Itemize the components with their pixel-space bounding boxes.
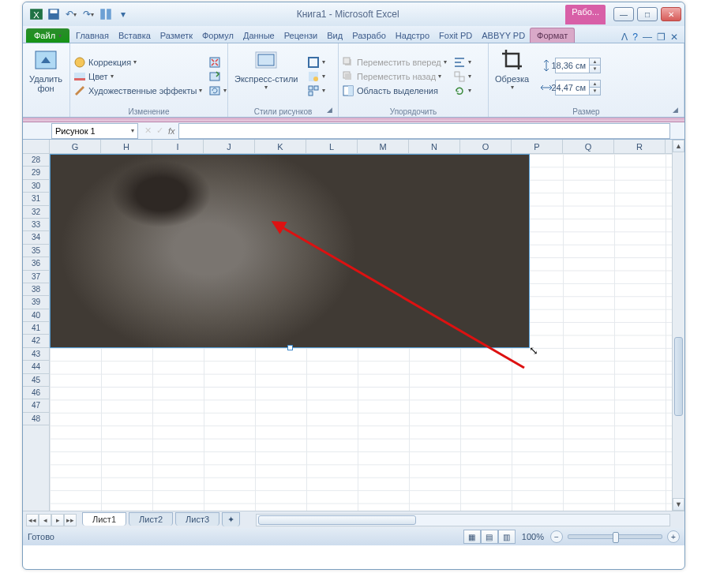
row-header[interactable]: 44 — [23, 361, 49, 373]
tab-foxit[interactable]: Foxit PD — [434, 28, 477, 43]
scroll-up-button[interactable]: ▲ — [673, 140, 684, 152]
ribbon-minimize-icon[interactable]: ᐱ — [621, 32, 628, 43]
workbook-minimize-icon[interactable]: — — [643, 32, 652, 43]
tab-review[interactable]: Рецензи — [279, 28, 323, 43]
sheet-tab-2[interactable]: Лист2 — [129, 512, 173, 526]
width-input[interactable]: 24,47 см▲▼ — [555, 80, 601, 96]
tab-addins[interactable]: Надстро — [391, 28, 434, 43]
close-button[interactable]: ✕ — [661, 7, 681, 21]
row-header[interactable]: 37 — [23, 271, 49, 283]
qat-customize-icon[interactable]: ▾ — [116, 7, 130, 21]
column-header[interactable]: I — [152, 140, 204, 153]
view-normal-button[interactable]: ▦ — [463, 530, 481, 544]
view-pagebreak-button[interactable]: ▥ — [498, 530, 516, 544]
column-header[interactable]: R — [614, 140, 666, 153]
height-input[interactable]: 18,36 см▲▼ — [555, 58, 601, 73]
row-header[interactable]: 39 — [23, 296, 49, 309]
tab-home[interactable]: Главная — [71, 28, 114, 43]
row-header[interactable]: 35 — [23, 245, 49, 257]
tab-format[interactable]: Формат — [530, 28, 575, 43]
cells-area[interactable]: ⤡ — [50, 154, 672, 511]
workbook-restore-icon[interactable]: ❐ — [657, 32, 666, 43]
sheet-nav-prev[interactable]: ◂ — [39, 514, 51, 526]
select-all-corner[interactable] — [23, 140, 50, 154]
column-header[interactable]: L — [306, 140, 358, 153]
row-header[interactable]: 29 — [23, 167, 49, 179]
maximize-button[interactable]: □ — [637, 7, 658, 21]
picture-border-button[interactable]: ▾ — [307, 56, 325, 69]
minimize-button[interactable]: — — [613, 7, 634, 21]
row-header[interactable]: 34 — [23, 231, 49, 244]
tab-formulas[interactable]: Формул — [197, 28, 238, 43]
compress-pictures-button[interactable] — [208, 56, 227, 69]
remove-background-button[interactable]: Удалить фон — [26, 46, 66, 107]
sheet-nav-next[interactable]: ▸ — [51, 514, 64, 526]
column-header[interactable]: J — [204, 140, 255, 153]
row-header[interactable]: 41 — [23, 322, 49, 335]
row-header[interactable]: 31 — [23, 193, 49, 205]
sheet-tab-1[interactable]: Лист1 — [82, 512, 126, 526]
width-spin-down[interactable]: ▼ — [589, 88, 600, 95]
align-button[interactable]: ▾ — [453, 56, 471, 69]
row-header[interactable]: 42 — [23, 335, 49, 347]
picture-effects-button[interactable]: ▾ — [307, 70, 325, 83]
styles-dialog-launcher[interactable]: ◢ — [327, 106, 336, 115]
column-header[interactable]: M — [358, 140, 409, 153]
change-picture-button[interactable] — [208, 70, 227, 83]
column-header[interactable]: G — [50, 140, 101, 153]
sheet-nav-first[interactable]: ◂◂ — [26, 514, 39, 526]
zoom-slider-knob[interactable] — [613, 532, 619, 543]
redo-icon[interactable]: ↷▾ — [81, 7, 96, 21]
formula-input[interactable] — [178, 123, 670, 139]
row-header[interactable]: 43 — [23, 348, 49, 361]
tab-view[interactable]: Вид — [322, 28, 347, 43]
horizontal-scrollbar[interactable] — [256, 514, 670, 526]
corrections-button[interactable]: Коррекция ▾ — [73, 56, 202, 69]
sheet-nav-last[interactable]: ▸▸ — [64, 514, 77, 526]
zoom-slider[interactable] — [568, 534, 662, 539]
zoom-value[interactable]: 100% — [522, 532, 544, 541]
row-header[interactable]: 38 — [23, 283, 49, 296]
size-dialog-launcher[interactable]: ◢ — [673, 106, 682, 115]
column-header[interactable]: O — [460, 140, 512, 153]
send-backward-button[interactable]: Переместить назад ▾ — [342, 70, 447, 83]
column-header[interactable]: N — [409, 140, 460, 153]
reset-picture-button[interactable]: ▾ — [208, 84, 227, 97]
file-tab[interactable]: Файл▾ — [26, 28, 69, 43]
fx-enter-icon[interactable]: ✓ — [156, 125, 163, 136]
height-spin-down[interactable]: ▼ — [589, 66, 600, 73]
row-header[interactable]: 30 — [23, 180, 49, 193]
row-header[interactable]: 48 — [23, 413, 49, 425]
crop-button[interactable]: Обрезка ▾ — [492, 46, 532, 107]
width-spin-up[interactable]: ▲ — [589, 81, 600, 88]
color-button[interactable]: Цвет ▾ — [73, 70, 202, 83]
tab-insert[interactable]: Вставка — [114, 28, 156, 43]
zoom-out-button[interactable]: − — [550, 530, 563, 543]
rotate-button[interactable]: ▾ — [453, 84, 471, 97]
column-header[interactable]: Q — [563, 140, 614, 153]
new-sheet-button[interactable]: ✦ — [222, 512, 240, 526]
fx-cancel-icon[interactable]: ✕ — [144, 125, 152, 136]
fx-icon[interactable]: fx — [168, 126, 175, 136]
row-header[interactable]: 32 — [23, 206, 49, 219]
picture-layout-button[interactable]: ▾ — [307, 84, 325, 97]
row-header[interactable]: 40 — [23, 309, 49, 322]
qat-item-icon[interactable] — [99, 7, 113, 21]
workbook-close-icon[interactable]: ✕ — [670, 32, 678, 43]
hscroll-thumb[interactable] — [258, 515, 416, 525]
vscroll-thumb[interactable] — [674, 337, 683, 416]
save-icon[interactable] — [47, 7, 61, 21]
tab-developer[interactable]: Разрабо — [347, 28, 391, 43]
inserted-picture[interactable]: ⤡ — [50, 154, 530, 348]
bring-forward-button[interactable]: Переместить вперед ▾ — [342, 56, 447, 69]
view-layout-button[interactable]: ▤ — [481, 530, 498, 544]
picture-styles-button[interactable]: Экспресс-стили ▾ — [231, 46, 301, 107]
row-header[interactable]: 33 — [23, 219, 49, 231]
help-icon[interactable]: ? — [632, 32, 638, 43]
row-header[interactable]: 46 — [23, 387, 49, 399]
row-header[interactable]: 45 — [23, 374, 49, 387]
vertical-scrollbar[interactable]: ▲ ▼ — [672, 140, 684, 511]
column-header[interactable]: P — [512, 140, 563, 153]
tab-data[interactable]: Данные — [238, 28, 279, 43]
tab-layout[interactable]: Разметк — [156, 28, 197, 43]
